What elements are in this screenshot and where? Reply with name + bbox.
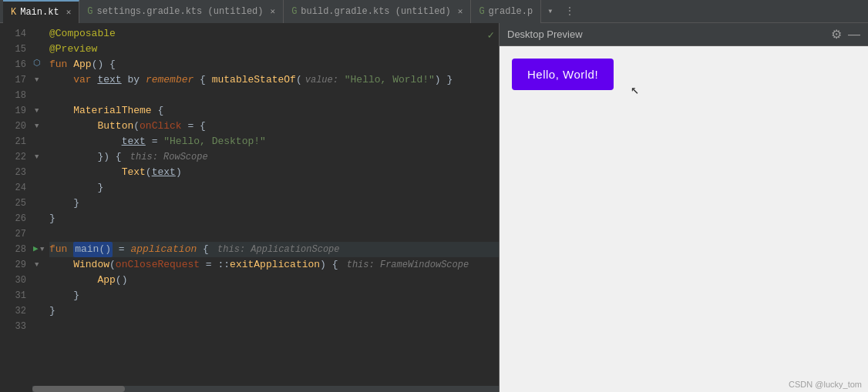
ln-33: 33: [0, 319, 26, 334]
tab-overflow-menu[interactable]: ⋮: [559, 5, 580, 17]
code-line-25: }: [49, 196, 499, 211]
code-line-32: }: [49, 303, 499, 319]
ln-27: 27: [0, 226, 26, 242]
preview-header: Desktop Preview ⚙ —: [500, 23, 868, 46]
code-line-23: Text(text): [49, 165, 499, 180]
ln-32: 32: [0, 303, 26, 319]
preview-body: Hello, World! ↖: [500, 46, 868, 392]
gutter-16[interactable]: ⬡: [32, 54, 46, 69]
ln-18: 18: [0, 88, 26, 103]
tab-close-settings[interactable]: ✕: [271, 6, 276, 16]
ln-30: 30: [0, 273, 26, 288]
preview-title: Desktop Preview: [507, 28, 583, 40]
gutter-23: [32, 162, 46, 177]
kotlin-icon: K: [11, 7, 16, 18]
line-numbers: 14 15 16 17 18 19 20 21 22 23 24 25 26 2…: [0, 23, 32, 392]
gradle-icon-1: G: [87, 6, 93, 17]
gutter-32: [32, 300, 46, 316]
gutter-24: [32, 177, 46, 193]
ln-21: 21: [0, 134, 26, 149]
code-line-27: [49, 226, 499, 242]
ln-28: 28: [0, 242, 26, 257]
ln-17: 17: [0, 72, 26, 88]
gutter-19: ▼: [32, 100, 46, 116]
code-line-33: [49, 319, 499, 334]
tab-bar: K Main.kt ✕ G settings.gradle.kts (untit…: [0, 0, 868, 23]
editor-panel: 14 15 16 17 18 19 20 21 22 23 24 25 26 2…: [0, 23, 500, 392]
code-line-17: var text by remember { mutableStateOf(va…: [49, 72, 499, 88]
cursor-arrow-icon: ↖: [631, 81, 639, 98]
gradle-icon-3: G: [479, 6, 484, 17]
gutter-15: [32, 39, 46, 54]
ln-16: 16: [0, 57, 26, 72]
gutter-30: [32, 270, 46, 285]
code-line-30: App(): [49, 273, 499, 288]
preview-controls: ⚙ —: [831, 27, 860, 42]
ln-22: 22: [0, 149, 26, 165]
main-area: 14 15 16 17 18 19 20 21 22 23 24 25 26 2…: [0, 23, 868, 392]
gutter-17: ▼: [32, 69, 46, 85]
ln-20: 20: [0, 119, 26, 134]
gutter-25: [32, 193, 46, 208]
code-line-21: text = "Hello, Desktop!": [49, 134, 499, 149]
watermark: CSDN @lucky_tom: [789, 380, 862, 389]
tab-close-build[interactable]: ✕: [458, 6, 463, 16]
tab-close-main[interactable]: ✕: [66, 7, 72, 17]
code-line-24: }: [49, 180, 499, 196]
gutter-21: [32, 131, 46, 146]
preview-panel: Desktop Preview ⚙ — Hello, World! ↖: [500, 23, 868, 392]
code-line-19: MaterialTheme {: [49, 103, 499, 119]
code-line-22: }) { this: RowScope: [49, 149, 499, 165]
tab-label-build: build.gradle.kts (untitled): [301, 6, 450, 17]
tab-gradle-p[interactable]: G gradle.p: [471, 0, 541, 23]
code-line-15: @Preview: [49, 42, 499, 57]
gutter-22: ▼: [32, 146, 46, 162]
gutter-26: [32, 208, 46, 223]
ln-26: 26: [0, 211, 26, 226]
gutter-28[interactable]: ▶ ▼: [32, 239, 46, 254]
ln-15: 15: [0, 42, 26, 57]
check-mark: ✓: [488, 28, 494, 43]
main-highlight: main(): [73, 242, 113, 257]
gutter-33: [32, 316, 46, 331]
ln-25: 25: [0, 196, 26, 211]
tab-main-kt[interactable]: K Main.kt ✕: [3, 0, 79, 23]
tab-label-gradle-p: gradle.p: [489, 6, 533, 17]
ln-24: 24: [0, 180, 26, 196]
code-line-16: fun App() {: [49, 57, 499, 72]
code-line-29: Window(onCloseRequest = ::exitApplicatio…: [49, 257, 499, 273]
tab-label: Main.kt: [20, 7, 59, 18]
preview-settings-button[interactable]: ⚙: [831, 27, 842, 42]
gutter-31: [32, 285, 46, 300]
gutter-18: [32, 85, 46, 100]
gutter-20: ▼: [32, 116, 46, 131]
h-scrollbar[interactable]: [32, 386, 499, 392]
gutter: ⬡ ▼ ▼ ▼ ▼: [32, 23, 46, 392]
code-line-31: }: [49, 288, 499, 303]
tab-build-gradle[interactable]: G build.gradle.kts (untitled) ✕: [284, 0, 471, 23]
editor-content: 14 15 16 17 18 19 20 21 22 23 24 25 26 2…: [0, 23, 499, 392]
hello-world-button[interactable]: Hello, World!: [512, 59, 614, 90]
code-line-20: Button(onClick = {: [49, 119, 499, 134]
ln-14: 14: [0, 26, 26, 42]
gutter-14: [32, 23, 46, 39]
compose-icon[interactable]: ⬡: [33, 55, 41, 71]
ln-19: 19: [0, 103, 26, 119]
tab-label-settings: settings.gradle.kts (untitled): [96, 6, 263, 17]
code-line-14: @Composable ✓: [49, 26, 499, 42]
ln-31: 31: [0, 288, 26, 303]
code-line-28: fun main() = application { this: Applica…: [49, 242, 499, 257]
code-area: @Composable ✓ @Preview fun App() { var t…: [46, 23, 499, 392]
code-line-26: }: [49, 211, 499, 226]
ln-29: 29: [0, 257, 26, 273]
gradle-icon-2: G: [291, 6, 297, 17]
tab-settings-gradle[interactable]: G settings.gradle.kts (untitled) ✕: [79, 0, 284, 23]
tab-more-button[interactable]: ▾: [541, 5, 559, 17]
gutter-29: ▼: [32, 254, 46, 270]
code-line-18: [49, 88, 499, 103]
preview-minimize-button[interactable]: —: [848, 28, 860, 42]
ln-23: 23: [0, 165, 26, 180]
gutter-27: [32, 223, 46, 239]
h-scrollbar-thumb[interactable]: [32, 386, 125, 392]
